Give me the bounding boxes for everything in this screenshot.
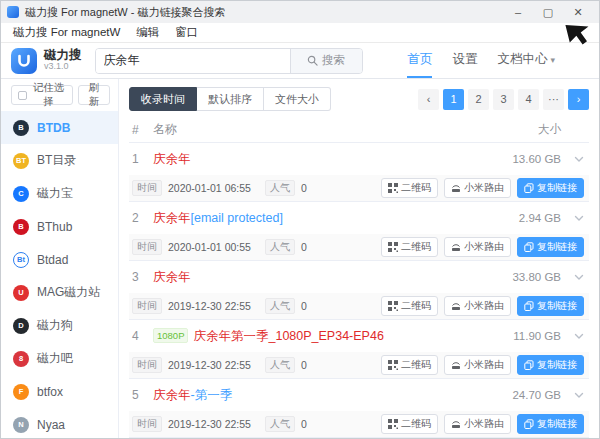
qrcode-button[interactable]: 二维码 [381,355,438,375]
result-main-row: 2 庆余年[email protected] 2.94 GB [129,202,589,234]
sidebar-source-item[interactable]: D 磁力狗 [1,309,118,342]
close-button[interactable]: ✕ [563,1,593,23]
copy-link-button[interactable]: 复制链接 [517,414,584,434]
xiaomi-router-button-label: 小米路由 [464,417,504,431]
popularity-value: 0 [301,418,307,430]
qrcode-button[interactable]: 二维码 [381,237,438,257]
result-title[interactable]: 庆余年[email protected] [153,210,481,227]
resolution-badge: 1080P [153,328,188,343]
menu-app[interactable]: 磁力搜 For magnetW [5,25,128,40]
sidebar-source-item[interactable]: 8 磁力吧 [1,342,118,375]
sort-by-size-button[interactable]: 文件大小 [264,87,331,111]
search-button[interactable]: 搜索 [290,49,362,73]
time-value: 2020-01-01 06:55 [168,182,251,194]
result-title-text: 庆余年 [153,270,191,284]
xiaomi-router-button-label: 小米路由 [464,240,504,254]
copy-link-button-label: 复制链接 [537,240,577,254]
source-label: BThub [37,220,72,234]
table-header: # 名称 大小 [129,117,589,143]
pagination-item[interactable]: 1 [443,89,464,110]
sidebar-source-item[interactable]: U MAG磁力站 [1,276,118,309]
result-detail-row: 时间 2019-12-30 22:55 人气 0 二维码 小米路由 [129,411,589,438]
refresh-button[interactable]: 刷新 [78,85,110,105]
remember-choice-button[interactable]: 记住选择 [11,85,73,105]
xiaomi-router-button[interactable]: 小米路由 [444,414,511,434]
pagination-item[interactable]: ··· [543,89,564,110]
result-title[interactable]: 庆余年-第一季 [153,387,481,404]
qrcode-icon [388,360,398,370]
source-icon: C [13,186,29,202]
pagination-item[interactable]: 3 [493,89,514,110]
sidebar-source-item[interactable]: B BThub [1,210,118,243]
sidebar-source-item[interactable]: N Nyaa [1,408,118,438]
time-value: 2019-12-30 22:55 [168,359,251,371]
qrcode-button-label: 二维码 [401,417,431,431]
search-box: 搜索 [95,48,363,74]
expand-toggle[interactable] [561,212,589,224]
nav-settings[interactable]: 设置 [452,43,477,78]
result-row: 4 1080P庆余年第一季_1080P_EP34-EP46 11.90 GB 时… [129,320,589,379]
result-title[interactable]: 庆余年 [153,151,481,168]
chevron-down-icon [573,212,585,224]
qrcode-button[interactable]: 二维码 [381,178,438,198]
qrcode-button-label: 二维码 [401,240,431,254]
menu-edit[interactable]: 编辑 [128,25,167,40]
minimize-button[interactable]: – [503,1,533,23]
sidebar-source-item[interactable]: B BTDB [1,111,118,144]
popularity-tag: 人气 [265,180,295,196]
header-index: # [129,123,153,137]
copy-link-button[interactable]: 复制链接 [517,178,584,198]
source-label: BT目录 [37,152,76,169]
maximize-button[interactable]: ▢ [533,1,563,23]
results-toolbar: 收录时间 默认排序 文件大小 ‹1234···› [129,87,589,111]
pagination-item[interactable]: 4 [518,89,539,110]
app-icon [7,6,19,18]
xiaomi-router-button-label: 小米路由 [464,299,504,313]
xiaomi-router-button[interactable]: 小米路由 [444,296,511,316]
app-meta: 磁力搜 v3.1.0 [44,49,82,73]
router-icon [451,419,461,429]
sidebar-source-item[interactable]: C 磁力宝 [1,177,118,210]
sidebar-source-item[interactable]: BT BT目录 [1,144,118,177]
sort-default-button[interactable]: 默认排序 [197,87,264,111]
source-icon: B [13,120,29,136]
xiaomi-router-button[interactable]: 小米路由 [444,355,511,375]
sidebar-source-item[interactable]: Bt Btdad [1,243,118,276]
menu-window[interactable]: 窗口 [167,25,206,40]
copy-link-button[interactable]: 复制链接 [517,355,584,375]
qrcode-button[interactable]: 二维码 [381,414,438,434]
expand-toggle[interactable] [561,153,589,165]
result-title[interactable]: 1080P庆余年第一季_1080P_EP34-EP46 [153,328,481,345]
expand-toggle[interactable] [561,330,589,342]
result-size: 33.80 GB [481,271,561,283]
result-index: 2 [129,211,153,225]
xiaomi-router-button[interactable]: 小米路由 [444,237,511,257]
sidebar-source-item[interactable]: F btfox [1,375,118,408]
nav-docs[interactable]: 文档中心 ▾ [497,43,555,78]
qrcode-button-label: 二维码 [401,358,431,372]
nav-home[interactable]: 首页 [407,43,432,78]
pagination-item[interactable]: › [568,89,589,110]
expand-toggle[interactable] [561,271,589,283]
qrcode-icon [388,183,398,193]
menubar: 磁力搜 For magnetW 编辑 窗口 [1,23,599,43]
sort-by-time-button[interactable]: 收录时间 [129,87,197,111]
result-detail-row: 时间 2020-01-01 00:55 人气 0 二维码 小米路由 [129,234,589,261]
qrcode-button[interactable]: 二维码 [381,296,438,316]
xiaomi-router-button[interactable]: 小米路由 [444,178,511,198]
pagination-item[interactable]: 2 [468,89,489,110]
result-title[interactable]: 庆余年 [153,269,481,286]
result-row: 5 庆余年-第一季 24.70 GB 时间 2019-12-30 22:55 人… [129,379,589,438]
result-main-row: 4 1080P庆余年第一季_1080P_EP34-EP46 11.90 GB [129,320,589,352]
qrcode-icon [388,242,398,252]
copy-link-button[interactable]: 复制链接 [517,296,584,316]
source-label: Nyaa [37,418,65,432]
expand-toggle[interactable] [561,389,589,401]
result-title-text: 庆余年第一季_1080P_EP34-EP46 [193,329,383,343]
popularity-value: 0 [301,241,307,253]
remember-choice-label: 记住选择 [31,81,66,109]
source-sidebar: 记住选择 刷新 B BTDB BT BT目录 C 磁力宝 B BThub Bt … [1,79,119,438]
search-input[interactable] [96,49,290,73]
pagination-item[interactable]: ‹ [418,89,439,110]
copy-link-button[interactable]: 复制链接 [517,237,584,257]
